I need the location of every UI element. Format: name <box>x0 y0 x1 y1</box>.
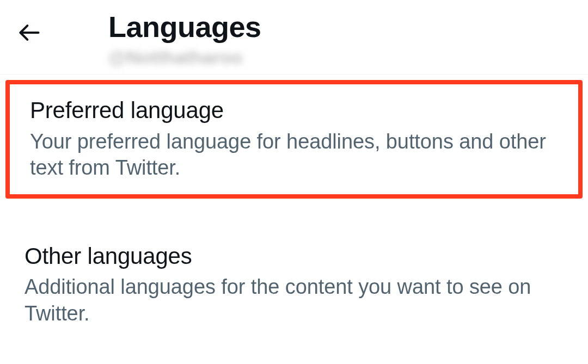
back-arrow-icon <box>17 21 41 45</box>
header-text: Languages @Notthatharoo <box>108 11 261 69</box>
header-divider <box>0 74 588 75</box>
page-title: Languages <box>108 11 261 43</box>
back-button[interactable] <box>13 16 46 49</box>
settings-list: Preferred language Your preferred langua… <box>0 80 588 343</box>
setting-preferred-language[interactable]: Preferred language Your preferred langua… <box>5 80 583 199</box>
setting-description: Your preferred language for headlines, b… <box>30 128 558 181</box>
setting-description: Additional languages for the content you… <box>24 274 564 326</box>
page-subtitle: @Notthatharoo <box>108 46 261 69</box>
page-header: Languages @Notthatharoo <box>0 0 588 74</box>
setting-title: Other languages <box>24 242 564 271</box>
setting-title: Preferred language <box>30 96 558 125</box>
setting-other-languages[interactable]: Other languages Additional languages for… <box>0 226 588 343</box>
